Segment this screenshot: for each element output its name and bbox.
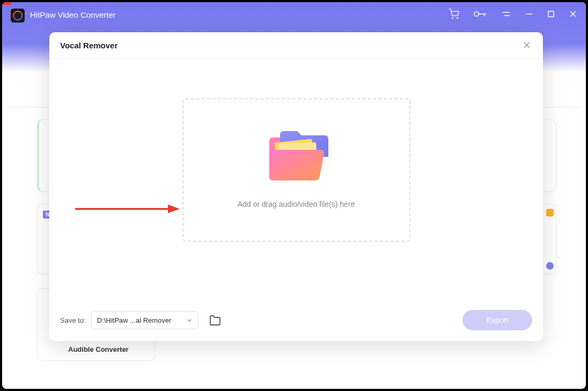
app-title: HitPaw Video Converter <box>30 10 116 19</box>
maximize-icon[interactable] <box>547 10 555 18</box>
app-window: HitPaw Video Converter N <box>2 2 586 389</box>
export-button[interactable]: Export <box>462 310 532 330</box>
cart-icon[interactable] <box>449 9 459 19</box>
svg-point-2 <box>474 12 479 17</box>
key-icon[interactable] <box>473 9 487 19</box>
browse-folder-button[interactable] <box>207 312 223 328</box>
modal-header: Vocal Remover <box>49 32 543 59</box>
minimize-icon[interactable] <box>525 10 533 18</box>
dropzone-text: Add or drag audio/video file(s) here <box>238 200 355 208</box>
close-icon[interactable] <box>569 10 577 18</box>
modal-title: Vocal Remover <box>60 41 117 50</box>
vocal-remover-modal: Vocal Remover <box>49 32 543 341</box>
save-path-select[interactable]: D:\HitPaw ...al Remover <box>91 311 199 329</box>
svg-point-1 <box>457 18 458 19</box>
svg-rect-8 <box>548 11 554 17</box>
file-dropzone[interactable]: Add or drag audio/video file(s) here <box>182 98 410 242</box>
svg-point-0 <box>452 18 453 19</box>
modal-footer: Save to: D:\HitPaw ...al Remover Export <box>49 302 543 341</box>
save-path-value: D:\HitPaw ...al Remover <box>97 316 172 324</box>
status-badge <box>546 209 554 216</box>
modal-close-button[interactable] <box>521 40 532 50</box>
svg-marker-14 <box>168 205 180 213</box>
folder-icon <box>264 131 328 185</box>
window-controls <box>449 9 577 19</box>
status-badge <box>546 262 554 270</box>
arrow-annotation-icon <box>75 204 180 216</box>
chevron-down-icon <box>186 317 193 323</box>
notification-badge <box>2 2 11 5</box>
save-to-label: Save to: <box>60 316 86 324</box>
audible-converter-label: Audible Converter <box>68 345 129 353</box>
modal-body: Add or drag audio/video file(s) here <box>49 59 543 302</box>
app-logo <box>11 9 25 23</box>
menu-icon[interactable] <box>501 9 511 19</box>
